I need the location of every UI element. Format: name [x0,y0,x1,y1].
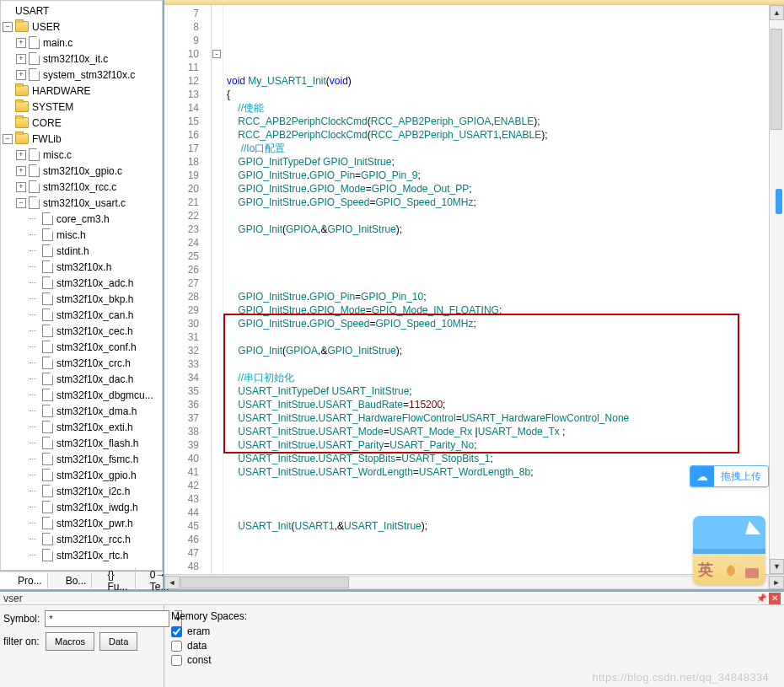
tree-item[interactable]: stm32f10x_crc.h [1,355,162,371]
tree-item[interactable]: stm32f10x_dbgmcu... [1,387,162,403]
code-line[interactable] [227,330,784,344]
code-line[interactable] [227,61,784,74]
tree-item[interactable]: stm32f10x_dac.h [1,371,162,387]
code-line[interactable]: GPIO_InitStrue.GPIO_Speed=GPIO_Speed_10M… [227,317,784,330]
tree-item[interactable]: stm32f10x_adc.h [1,275,162,291]
tree-item[interactable]: stm32f10x_rcc.h [1,531,162,547]
data-button[interactable]: Data [99,632,137,651]
code-line[interactable] [227,357,784,371]
code-line[interactable] [227,47,784,61]
ime-indicator[interactable]: 英 [693,516,765,585]
tree-item[interactable]: stm32f10x_i2c.h [1,483,162,499]
close-icon[interactable]: ✕ [769,593,781,604]
code-line[interactable]: GPIO_InitStrue.GPIO_Speed=GPIO_Speed_10M… [227,196,784,209]
tree-item[interactable]: −USER [1,19,162,35]
code-line[interactable]: //串口初始化 [227,371,784,384]
vertical-scrollbar[interactable]: ▲ ▼ [769,5,784,574]
tree-item[interactable]: CORE [1,115,162,131]
vscroll-track[interactable] [770,20,784,559]
code-line[interactable]: USART_InitStrue.USART_Mode=USART_Mode_Rx… [227,425,784,438]
tree-item[interactable]: stm32f10x_iwdg.h [1,499,162,515]
code-line[interactable]: RCC_APB2PeriphClockCmd(RCC_APB2Periph_US… [227,128,784,142]
code-line[interactable]: USART_InitStrue.USART_HardwareFlowContro… [227,411,784,425]
macros-button[interactable]: Macros [46,632,94,651]
pin-icon[interactable]: 📌 [755,593,767,604]
code-line[interactable]: GPIO_InitStrue.GPIO_Mode=GPIO_Mode_Out_P… [227,182,784,196]
hscroll-thumb[interactable] [180,577,349,588]
expand-icon[interactable]: − [16,198,26,208]
tree-item[interactable]: +main.c [1,35,162,51]
checkbox[interactable] [171,655,182,666]
code-line[interactable] [227,276,784,290]
tree-item[interactable]: HARDWARE [1,83,162,99]
tree-item[interactable]: stm32f10x_fsmc.h [1,451,162,467]
scroll-right-arrow[interactable]: ► [769,576,784,589]
tree-item[interactable]: stm32f10x_conf.h [1,339,162,355]
tree-item[interactable]: −FWLib [1,131,162,147]
tree-item[interactable]: stm32f10x_bkp.h [1,291,162,307]
scroll-down-arrow[interactable]: ▼ [770,559,784,574]
hscroll-track[interactable] [180,576,769,589]
sidebar-tab[interactable]: Pro... [0,573,48,588]
code-line[interactable]: USART_InitStrue.USART_BaudRate=115200; [227,398,784,411]
code-line[interactable]: { [227,88,784,101]
code-line[interactable]: USART_InitStrue.USART_Parity=USART_Parit… [227,438,784,452]
tree-item[interactable]: +misc.c [1,147,162,163]
code-content[interactable]: void My_USART1_Init(void){ //使能 RCC_APB2… [223,5,784,574]
code-line[interactable]: GPIO_InitTypeDef GPIO_InitStrue; [227,155,784,169]
expand-icon[interactable]: − [3,134,13,144]
code-line[interactable]: void My_USART1_Init(void) [227,74,784,88]
code-line[interactable] [227,250,784,263]
code-line[interactable] [227,209,784,223]
fold-toggle[interactable]: - [212,50,221,58]
memory-option[interactable]: const [171,654,777,666]
fold-column[interactable]: - [212,5,223,574]
code-line[interactable]: GPIO_InitStrue.GPIO_Pin=GPIO_Pin_10; [227,290,784,303]
tree-item[interactable]: SYSTEM [1,99,162,115]
tree-item[interactable]: core_cm3.h [1,211,162,227]
memory-option[interactable]: eram [171,625,777,637]
code-line[interactable] [227,236,784,250]
code-line[interactable]: //Io口配置 [227,142,784,155]
code-line[interactable]: USART_InitTypeDef USART_InitStrue; [227,384,784,398]
tree-item[interactable]: +stm32f10x_gpio.c [1,163,162,179]
checkbox[interactable] [171,626,182,637]
code-line[interactable]: USART_InitStrue.USART_StopBits=USART_Sto… [227,452,784,465]
symbol-input[interactable] [45,610,169,627]
code-line[interactable]: GPIO_Init(GPIOA,&GPIO_InitStrue); [227,344,784,357]
expand-icon[interactable]: + [16,150,26,160]
checkbox[interactable] [171,641,182,652]
tree-item[interactable]: +stm32f10x_rcc.c [1,179,162,195]
tree-item[interactable]: stm32f10x_rtc.h [1,547,162,563]
upload-badge[interactable]: ☁ 拖拽上传 [690,465,769,487]
tree-item[interactable]: stm32f10x_exti.h [1,419,162,435]
tree-item[interactable]: stm32f10x_flash.h [1,435,162,451]
code-line[interactable] [227,263,784,276]
expand-icon[interactable]: + [16,166,26,176]
tree-item[interactable]: stm32f10x_cec.h [1,323,162,339]
code-line[interactable]: RCC_APB2PeriphClockCmd(RCC_APB2Periph_GP… [227,115,784,128]
expand-icon[interactable]: − [3,22,13,32]
vscroll-thumb[interactable] [771,29,782,130]
expand-icon[interactable]: + [16,54,26,64]
tree-item[interactable]: −stm32f10x_usart.c [1,195,162,211]
scroll-up-arrow[interactable]: ▲ [770,5,784,20]
tree-item[interactable]: stm32f10x.h [1,259,162,275]
memory-option[interactable]: data [171,640,777,652]
expand-icon[interactable]: + [16,70,26,80]
tree-item[interactable]: stm32f10x_dma.h [1,403,162,419]
code-line[interactable]: GPIO_InitStrue.GPIO_Pin=GPIO_Pin_9; [227,169,784,182]
tree-item[interactable]: stm32f10x_can.h [1,307,162,323]
code-line[interactable]: //使能 [227,101,784,115]
tree-item[interactable]: +stm32f10x_it.c [1,51,162,67]
tree-item[interactable]: stm32f10x_pwr.h [1,515,162,531]
tree-item[interactable]: stdint.h [1,243,162,259]
code-line[interactable]: GPIO_InitStrue.GPIO_Mode=GPIO_Mode_IN_FL… [227,303,784,317]
tree-item[interactable]: USART [1,3,162,19]
tree-item[interactable]: stm32f10x_gpio.h [1,467,162,483]
tree-item[interactable]: misc.h [1,227,162,243]
tree-item[interactable]: +system_stm32f10x.c [1,67,162,83]
expand-icon[interactable]: + [16,182,26,192]
code-line[interactable]: GPIO_Init(GPIOA,&GPIO_InitStrue); [227,223,784,236]
scroll-left-arrow[interactable]: ◄ [164,576,180,589]
